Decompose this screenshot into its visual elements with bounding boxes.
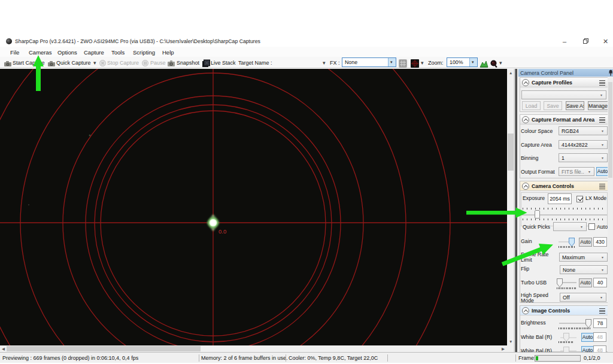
- svg-text:0.0: 0.0: [219, 228, 226, 235]
